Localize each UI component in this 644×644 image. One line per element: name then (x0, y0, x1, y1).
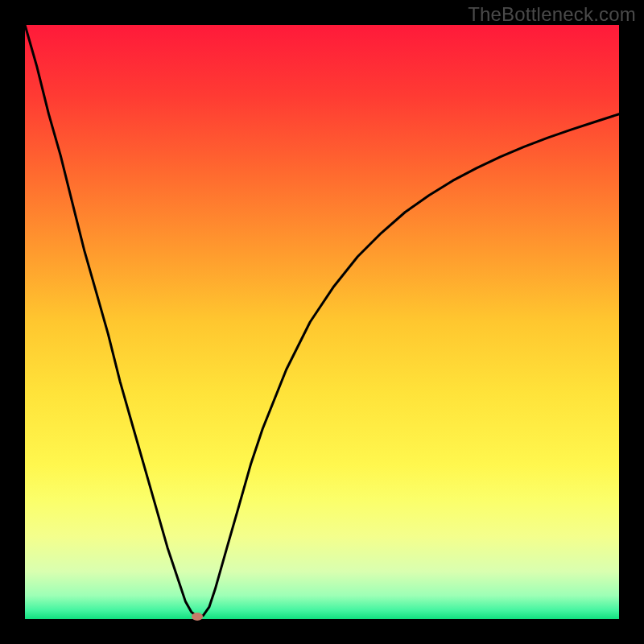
watermark-text: TheBottleneck.com (468, 3, 636, 26)
chart-frame: TheBottleneck.com (0, 0, 644, 644)
optimum-marker (192, 613, 203, 621)
bottleneck-chart (0, 0, 644, 644)
plot-background (25, 25, 619, 619)
